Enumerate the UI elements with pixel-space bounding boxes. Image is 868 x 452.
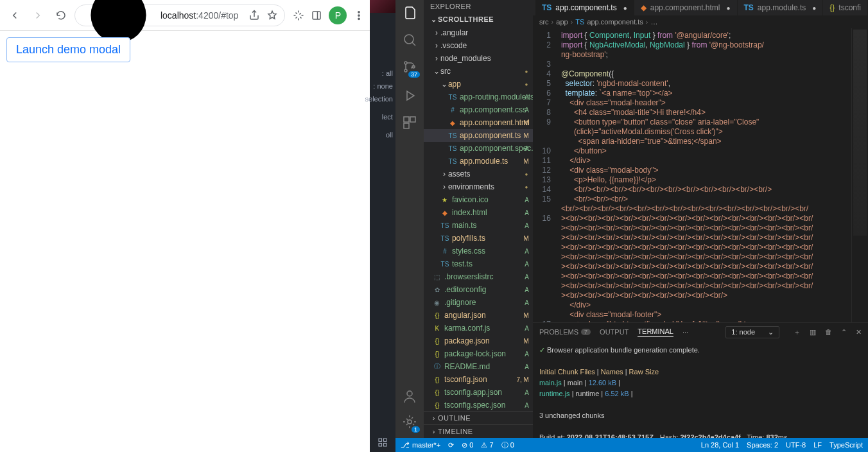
file[interactable]: {}tsconfig.spec.jsonA [424,399,533,412]
terminal-output[interactable]: ✓ ✓ Browser application bundle generatio… [533,341,868,438]
debug-icon[interactable] [402,88,417,103]
file[interactable]: ◆app.component.htmlM [424,116,533,129]
folder[interactable]: ⌄src● [424,65,533,78]
reload-button[interactable] [51,6,71,25]
errors-count[interactable]: ⊘ 0 [462,441,473,449]
address-bar[interactable]: localhost:4200/#top [74,4,285,26]
share-icon[interactable] [248,10,260,21]
star-icon[interactable] [266,10,278,21]
folder[interactable]: ›environments● [424,180,533,193]
file[interactable]: TSmain.tsA [424,219,533,232]
file[interactable]: {}package.jsonM [424,335,533,347]
terminal-select[interactable]: 1: node⌄ [725,326,779,338]
file[interactable]: ◉.gitignoreA [424,296,533,309]
close-panel-icon[interactable]: ✕ [856,328,862,336]
file[interactable]: #app.component.cssA [424,103,533,116]
indent[interactable]: Spaces: 2 [747,441,778,449]
svg-point-17 [408,420,412,424]
tab-app-component-ts[interactable]: TSapp.component.ts [535,0,634,15]
file[interactable]: ⬚.browserslistrcA [424,270,533,283]
file[interactable]: ⓘREADME.mdA [424,360,533,373]
output-tab[interactable]: OUTPUT [600,328,629,336]
terminal-tab[interactable]: TERMINAL [638,327,673,337]
project-name[interactable]: SCROLLTHREE [438,15,494,23]
forward-button[interactable] [28,6,48,25]
url-rest: :4200/#top [196,10,238,21]
profile-avatar[interactable]: P [329,6,347,24]
svg-point-16 [407,391,412,396]
source-control-icon[interactable] [402,59,417,76]
file[interactable]: ◆index.htmlA [424,206,533,219]
problems-tab[interactable]: PROBLEMS7 [539,328,591,336]
file[interactable]: TSapp.component.spec.tsA [424,142,533,155]
minimap[interactable] [851,28,868,322]
file[interactable]: {}tsconfig.json7, M [424,373,533,386]
file[interactable]: ✿.editorconfigA [424,283,533,296]
files-icon[interactable] [402,5,417,21]
svg-point-11 [404,69,407,72]
breadcrumb[interactable]: src› app› TSapp.component.ts›… [533,15,868,28]
launch-demo-modal-button[interactable]: Launch demo modal [6,37,130,62]
editor-area: TSapp.component.ts ◆app.component.html T… [533,0,868,438]
svg-point-3 [358,14,360,15]
extensions-icon[interactable] [293,10,304,21]
overlay-text: selection [365,95,393,103]
folder[interactable]: ›.vscode [424,39,533,52]
panel-more[interactable]: ··· [682,328,688,336]
sync-button[interactable]: ⟳ [448,441,454,449]
outline-section[interactable]: OUTLINE [438,414,471,422]
trash-icon[interactable]: 🗑 [825,328,832,336]
settings-icon[interactable] [402,414,417,431]
timeline-section[interactable]: TIMELINE [438,428,473,435]
back-button[interactable] [5,6,24,25]
tab-tsconfig[interactable]: {}tsconfi [823,0,868,15]
file-selected[interactable]: TSapp.component.tsM [424,129,533,142]
folder[interactable]: ›node_modules [424,52,533,65]
maximize-panel-icon[interactable]: ⌃ [841,328,847,336]
file[interactable]: TSapp.module.tsM [424,155,533,168]
overlay-text: : none [373,82,393,90]
folder[interactable]: ⌄app● [424,78,533,91]
svg-rect-14 [410,117,415,122]
language-mode[interactable]: TypeScript [829,441,863,449]
file[interactable]: TSapp-routing.module.tsA [424,91,533,103]
account-icon[interactable] [402,388,417,404]
cursor-position[interactable]: Ln 28, Col 1 [701,441,739,449]
warnings-count[interactable]: ⚠ 7 [481,441,493,449]
info-count[interactable]: ⓘ 0 [501,440,514,450]
partial-overlay: : all : none selection lect oll [370,0,395,452]
url-host: localhost [161,10,196,21]
svg-point-2 [358,11,360,12]
file[interactable]: TSpolyfills.tsM [424,232,533,245]
code-content[interactable]: import { Component, Input } from '@angul… [556,28,851,322]
svg-rect-7 [379,444,382,447]
file[interactable]: {}angular.jsonM [424,309,533,322]
eol[interactable]: LF [813,441,822,449]
extensions-activity-icon[interactable] [402,115,417,130]
folder[interactable]: ›assets● [424,168,533,180]
file[interactable]: {}tsconfig.app.jsonA [424,386,533,399]
file[interactable]: TStest.tsA [424,257,533,270]
file[interactable]: ★favicon.icoA [424,193,533,206]
git-branch[interactable]: ⎇master*+ [401,440,440,449]
file[interactable]: Kkarma.conf.jsA [424,322,533,335]
kebab-menu-icon[interactable] [353,10,365,21]
tab-app-module-ts[interactable]: TSapp.module.ts [738,0,824,15]
split-terminal-icon[interactable]: ▥ [810,328,816,336]
file[interactable]: {}package-lock.jsonA [424,347,533,360]
browser-window: localhost:4200/#top P Launch demo modal [0,0,370,452]
activity-bar [395,0,424,438]
file[interactable]: #styles.cssA [424,245,533,257]
page-content: Launch demo modal [0,31,370,452]
bottom-panel: PROBLEMS7 OUTPUT TERMINAL ··· 1: node⌄ ＋… [533,322,868,438]
new-terminal-icon[interactable]: ＋ [794,327,801,337]
svg-rect-13 [404,117,409,122]
encoding[interactable]: UTF-8 [786,441,806,449]
explorer-sidebar: EXPLORER ⌄SCROLLTHREE ›.angular ›.vscode… [424,0,533,438]
svg-rect-15 [404,123,409,128]
folder[interactable]: ›.angular [424,26,533,39]
tab-app-component-html[interactable]: ◆app.component.html [634,0,738,15]
code-editor[interactable]: 123456789101112131415161718192021 import… [533,28,868,322]
side-panel-icon[interactable] [311,10,322,21]
search-icon[interactable] [402,32,417,48]
